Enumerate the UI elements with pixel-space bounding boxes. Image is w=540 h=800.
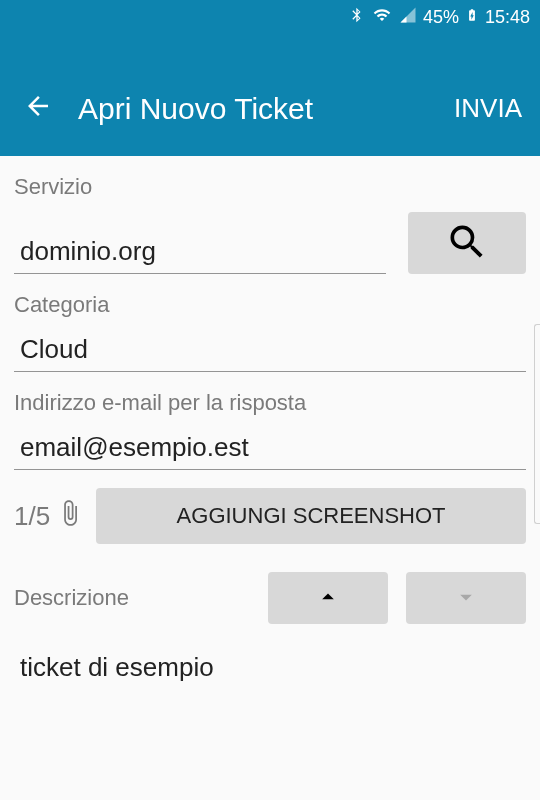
move-up-button[interactable] [268, 572, 388, 624]
attachment-count: 1/5 [14, 499, 84, 534]
ticket-form: Servizio Categoria Indirizzo e-mail per … [0, 156, 540, 683]
scroll-indicator[interactable] [534, 324, 540, 524]
service-label: Servizio [14, 174, 526, 200]
arrow-down-icon [452, 583, 480, 614]
attachment-icon [56, 499, 84, 534]
status-bar: 45% 15:48 [0, 0, 540, 34]
move-down-button[interactable] [406, 572, 526, 624]
bluetooth-icon [349, 5, 365, 30]
category-label: Categoria [14, 292, 526, 318]
signal-icon [399, 6, 417, 29]
search-icon [445, 220, 489, 267]
battery-icon [465, 4, 479, 31]
send-button[interactable]: INVIA [454, 93, 522, 126]
search-button[interactable] [408, 212, 526, 274]
back-button[interactable] [18, 86, 58, 126]
battery-percent: 45% [423, 7, 459, 28]
app-bar: Apri Nuovo Ticket INVIA [0, 34, 540, 156]
wifi-icon [371, 6, 393, 29]
category-input[interactable] [14, 330, 526, 372]
clock: 15:48 [485, 7, 530, 28]
arrow-up-icon [314, 583, 342, 614]
description-text[interactable]: ticket di esempio [14, 652, 526, 683]
service-input[interactable] [14, 232, 386, 274]
page-title: Apri Nuovo Ticket [78, 92, 454, 126]
add-screenshot-button[interactable]: AGGIUNGI SCREENSHOT [96, 488, 526, 544]
email-label: Indirizzo e-mail per la risposta [14, 390, 526, 416]
email-input[interactable] [14, 428, 526, 470]
description-label: Descrizione [14, 585, 250, 611]
